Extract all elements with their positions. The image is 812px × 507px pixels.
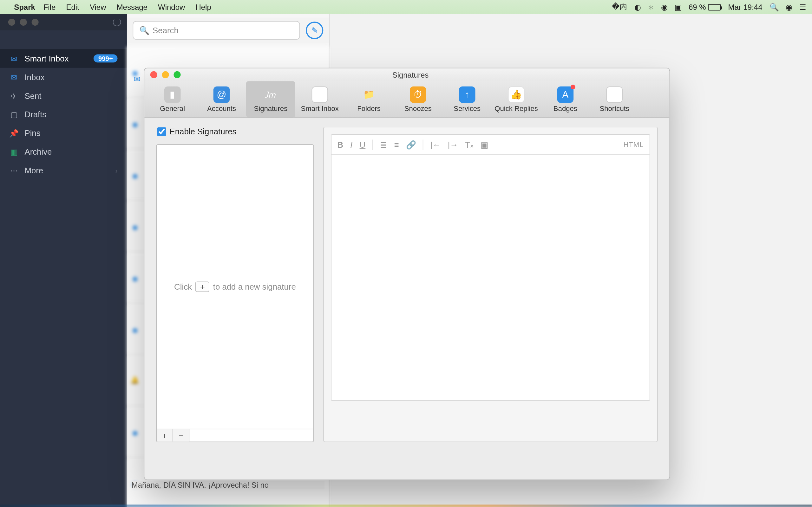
signatures-icon: 𝘑𝘮 bbox=[263, 86, 279, 103]
menu-view[interactable]: View bbox=[90, 3, 106, 11]
indent-button[interactable]: |→ bbox=[448, 140, 458, 149]
sidebar-item-pins[interactable]: 📌 Pins bbox=[0, 124, 127, 143]
prefs-close-button[interactable] bbox=[150, 71, 157, 78]
prefs-tab-smart-inbox[interactable]: ↳ Smart Inbox bbox=[295, 81, 345, 117]
menu-window[interactable]: Window bbox=[158, 3, 185, 11]
shortcuts-icon: ⌘ bbox=[606, 86, 623, 103]
dock-edge bbox=[0, 505, 812, 507]
prefs-titlebar[interactable]: Signatures bbox=[144, 68, 669, 81]
folders-icon: 📁 bbox=[361, 86, 377, 103]
sidebar-item-label: Smart Inbox bbox=[24, 54, 68, 63]
accounts-icon: @ bbox=[213, 86, 230, 103]
general-icon: ▮ bbox=[164, 86, 181, 103]
sidebar-item-more[interactable]: ⋯ More › bbox=[0, 161, 127, 180]
sidebar-item-label: Drafts bbox=[24, 110, 46, 119]
prefs-title: Signatures bbox=[157, 70, 664, 79]
sync-icon[interactable] bbox=[113, 18, 121, 26]
desktop: ✉︎ Smart Inbox 999+ ✉︎ Inbox ✈︎ Sent ▢ D… bbox=[0, 14, 812, 507]
menubar-clock[interactable]: Mar 19:44 bbox=[728, 3, 763, 11]
remove-signature-button[interactable]: − bbox=[173, 429, 190, 442]
badges-icon: A bbox=[557, 86, 574, 103]
menubar-app-name[interactable]: Spark bbox=[14, 3, 35, 11]
editor-toolbar: B I U ≣ ≡ 🔗 |← |→ Tₓ ▣ HTML bbox=[332, 135, 650, 155]
search-placeholder: Search bbox=[153, 26, 179, 35]
bluetooth-icon[interactable]: ∗ bbox=[648, 3, 654, 11]
inline-plus-icon: + bbox=[195, 281, 210, 292]
menu-help[interactable]: Help bbox=[195, 3, 211, 11]
menu-message[interactable]: Message bbox=[117, 3, 148, 11]
link-button[interactable]: 🔗 bbox=[406, 140, 416, 149]
signature-list-footer: + − bbox=[157, 429, 313, 442]
battery-icon bbox=[708, 4, 721, 10]
add-signature-button[interactable]: + bbox=[157, 429, 173, 442]
notification-center-icon[interactable]: ☰ bbox=[799, 3, 806, 11]
sidebar-item-archive[interactable]: ▥ Archive bbox=[0, 143, 127, 161]
services-icon: ↑ bbox=[459, 86, 475, 103]
drafts-icon: ▢ bbox=[9, 110, 18, 119]
signature-editor[interactable]: B I U ≣ ≡ 🔗 |← |→ Tₓ ▣ HTML bbox=[331, 134, 650, 400]
preferences-window: Signatures ▮ General @ Accounts 𝘑𝘮 Signa… bbox=[144, 68, 670, 480]
battery-percent: 69 % bbox=[689, 3, 706, 11]
clear-format-button[interactable]: Tₓ bbox=[465, 140, 473, 149]
battery-status[interactable]: 69 % bbox=[689, 3, 721, 11]
italic-button[interactable]: I bbox=[350, 140, 352, 149]
sidebar-item-inbox[interactable]: ✉︎ Inbox bbox=[0, 68, 127, 87]
mac-menubar: Spark File Edit View Message Window Help… bbox=[0, 0, 812, 14]
sidebar-item-label: More bbox=[24, 166, 43, 175]
sidebar-item-sent[interactable]: ✈︎ Sent bbox=[0, 87, 127, 105]
number-list-button[interactable]: ≡ bbox=[394, 140, 399, 149]
smart-inbox-badge: 999+ bbox=[94, 54, 117, 62]
spotlight-icon[interactable]: 🔍 bbox=[769, 3, 779, 11]
enable-signatures-row[interactable]: Enable Signatures bbox=[157, 127, 237, 136]
prefs-tab-folders[interactable]: 📁 Folders bbox=[345, 81, 394, 117]
bold-button[interactable]: B bbox=[338, 140, 344, 149]
sent-icon: ✈︎ bbox=[9, 91, 18, 100]
prefs-tab-signatures[interactable]: 𝘑𝘮 Signatures bbox=[246, 81, 295, 117]
spark-titlebar bbox=[0, 14, 127, 31]
sidebar-item-label: Sent bbox=[24, 91, 41, 101]
chevron-right-icon: › bbox=[115, 167, 118, 174]
prefs-tab-quick-replies[interactable]: 👍 Quick Replies bbox=[492, 81, 541, 117]
bullet-list-button[interactable]: ≣ bbox=[380, 140, 387, 149]
search-icon: 🔍 bbox=[139, 26, 149, 35]
airplay-icon[interactable]: ▣ bbox=[675, 3, 681, 11]
more-icon: ⋯ bbox=[9, 166, 18, 175]
insert-image-button[interactable]: ▣ bbox=[480, 140, 488, 149]
inbox-icon: ✉︎ bbox=[9, 72, 18, 81]
quick-replies-icon: 👍 bbox=[508, 86, 525, 103]
visible-thread-snippet: Mañana, DÍA SIN IVA. ¡Aprovecha! Si no bbox=[132, 481, 324, 490]
prefs-tab-services[interactable]: ↑ Services bbox=[443, 81, 492, 117]
signature-list-empty-state: Click + to add a new signature bbox=[157, 145, 313, 429]
prefs-tab-accounts[interactable]: @ Accounts bbox=[197, 81, 246, 117]
search-input[interactable]: 🔍 Search bbox=[133, 21, 300, 40]
window-zoom-button[interactable] bbox=[32, 19, 39, 26]
signature-list: Click + to add a new signature + − bbox=[156, 144, 314, 442]
snoozes-icon: ⏱ bbox=[410, 86, 426, 103]
sidebar-item-label: Pins bbox=[24, 129, 40, 138]
account-color-marker-icon: ✉︎ bbox=[134, 75, 140, 83]
siri-icon[interactable]: ◉ bbox=[786, 3, 792, 11]
sidebar-item-drafts[interactable]: ▢ Drafts bbox=[0, 105, 127, 124]
outdent-button[interactable]: |← bbox=[430, 140, 441, 149]
enable-signatures-checkbox[interactable] bbox=[157, 127, 166, 136]
pins-icon: 📌 bbox=[9, 129, 18, 137]
wifi-icon[interactable]: ◉ bbox=[661, 3, 667, 11]
prefs-tab-snoozes[interactable]: ⏱ Snoozes bbox=[393, 81, 443, 117]
dropbox-menulet-icon[interactable]: �内 bbox=[612, 2, 627, 12]
sidebar-item-label: Archive bbox=[24, 147, 52, 156]
window-close-button[interactable] bbox=[8, 19, 15, 26]
prefs-tab-shortcuts[interactable]: ⌘ Shortcuts bbox=[590, 81, 639, 117]
sidebar-item-smart-inbox[interactable]: ✉︎ Smart Inbox 999+ bbox=[0, 49, 127, 68]
underline-button[interactable]: U bbox=[360, 140, 366, 149]
menu-file[interactable]: File bbox=[44, 3, 56, 11]
window-minimize-button[interactable] bbox=[20, 19, 27, 26]
archive-icon: ▥ bbox=[9, 147, 18, 156]
signature-editor-panel: B I U ≣ ≡ 🔗 |← |→ Tₓ ▣ HTML bbox=[323, 127, 658, 442]
prefs-tab-general[interactable]: ▮ General bbox=[148, 81, 197, 117]
html-mode-button[interactable]: HTML bbox=[623, 140, 644, 149]
prefs-tab-badges[interactable]: A Badges bbox=[541, 81, 590, 117]
sync-menulet-icon[interactable]: ◐ bbox=[635, 3, 641, 11]
prefs-toolbar: ▮ General @ Accounts 𝘑𝘮 Signatures ↳ Sma… bbox=[144, 81, 669, 118]
menu-edit[interactable]: Edit bbox=[66, 3, 79, 11]
compose-button[interactable]: ✎ bbox=[306, 21, 323, 39]
